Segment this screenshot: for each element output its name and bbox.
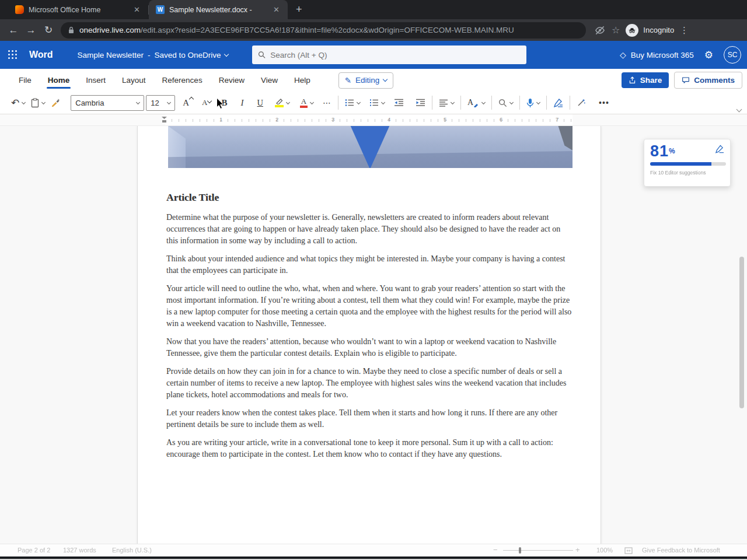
rewrite-suggestions-button[interactable] [574, 96, 589, 110]
comments-button[interactable]: Comments [674, 72, 742, 89]
chevron-down-icon[interactable] [536, 100, 540, 104]
document-page[interactable]: Article Title Determine what the purpose… [137, 126, 601, 544]
search-bar[interactable] [252, 46, 526, 64]
editing-mode-dropdown[interactable]: ✎ Editing [338, 72, 394, 89]
shrink-font-button[interactable]: A [199, 96, 210, 110]
zoom-slider-handle[interactable] [519, 547, 521, 554]
styles-button[interactable]: A [465, 96, 488, 110]
document-body[interactable]: Article Title Determine what the purpose… [166, 190, 574, 467]
paragraph[interactable]: Let your readers know when the contest t… [166, 407, 574, 430]
italic-button[interactable]: I [238, 96, 247, 110]
editor-button[interactable] [550, 96, 566, 110]
search-input[interactable] [270, 51, 521, 60]
chevron-down-icon[interactable] [286, 100, 290, 104]
browser-menu-icon[interactable]: ⋮ [680, 25, 689, 36]
feedback-link[interactable]: Give Feedback to Microsoft [642, 547, 720, 554]
grow-font-button[interactable]: A [180, 96, 192, 110]
back-button[interactable]: ← [5, 24, 22, 36]
find-button[interactable] [495, 96, 516, 110]
address-bar[interactable]: onedrive.live.com/edit.aspx?resid=2A3ECE… [61, 22, 586, 38]
chevron-down-icon[interactable] [357, 100, 361, 104]
more-font-options-button[interactable]: ⋯ [320, 96, 334, 110]
chevron-down-icon[interactable] [381, 100, 385, 104]
menu-tab-home[interactable]: Home [40, 71, 78, 90]
bullets-button[interactable] [342, 96, 363, 109]
paragraph[interactable]: Your article will need to outline the wh… [166, 283, 574, 330]
word-file-icon: W [156, 5, 165, 14]
horizontal-ruler[interactable]: 1 2 3 4 5 6 7 [0, 114, 747, 126]
zoom-out-button[interactable]: − [493, 545, 498, 554]
settings-gear-icon[interactable]: ⚙ [704, 49, 713, 61]
paragraph[interactable]: Think about your intended audience and w… [166, 253, 574, 276]
chevron-down-icon[interactable] [481, 100, 486, 104]
menu-tab-review[interactable]: Review [211, 71, 253, 90]
chevron-down-icon[interactable] [22, 100, 26, 104]
undo-button[interactable]: ↶ [8, 94, 28, 111]
font-color-button[interactable]: A [297, 95, 316, 110]
paragraph[interactable]: As you are writing your article, write i… [166, 437, 574, 460]
format-painter-icon [51, 98, 61, 107]
editor-score: 81% [650, 143, 676, 159]
account-avatar[interactable]: SC [724, 46, 741, 64]
chevron-down-icon[interactable] [310, 100, 314, 104]
chevron-down-icon[interactable] [41, 100, 46, 104]
dictate-button[interactable] [523, 96, 543, 110]
paragraph[interactable]: Determine what the purpose of your newsl… [166, 212, 574, 247]
decrease-indent-button[interactable] [391, 96, 407, 109]
save-status[interactable]: Saved to OneDrive [154, 51, 221, 60]
close-tab-icon[interactable]: ✕ [131, 5, 142, 15]
font-size-select[interactable]: 12 [146, 95, 175, 111]
share-button[interactable]: Share [622, 72, 669, 88]
chevron-down-icon[interactable] [509, 100, 514, 104]
chevron-down-icon[interactable] [224, 51, 229, 56]
underline-button[interactable]: U [254, 96, 266, 110]
article-heading[interactable]: Article Title [166, 190, 574, 204]
fit-page-icon[interactable] [624, 547, 633, 554]
eye-off-icon[interactable] [594, 24, 606, 36]
font-name-select[interactable]: Cambria [71, 95, 144, 111]
menu-tab-layout[interactable]: Layout [114, 71, 154, 90]
editor-suggestion-link[interactable]: Fix 10 Editor suggestions [650, 170, 724, 176]
zoom-slider[interactable] [503, 550, 573, 551]
incognito-label: Incognito [643, 26, 674, 34]
close-tab-icon[interactable]: ✕ [271, 5, 282, 15]
browser-tab-document[interactable]: W Sample Newsletter.docx - ✕ [149, 0, 288, 19]
ribbon-toolbar: ↶ Cambria 12 A A B I [0, 92, 747, 114]
chevron-down-icon[interactable] [451, 100, 455, 104]
new-tab-button[interactable]: + [296, 4, 302, 16]
paragraph[interactable]: Provide details on how they can join in … [166, 366, 574, 401]
indent-marker-icon[interactable] [162, 117, 167, 123]
page-indicator[interactable]: Page 2 of 2 [18, 547, 50, 554]
increase-indent-button[interactable] [413, 96, 428, 109]
menu-tab-references[interactable]: References [154, 71, 211, 90]
paste-button[interactable] [28, 96, 48, 110]
ruler-number: 2 [275, 116, 278, 123]
editor-score-popup[interactable]: 81% Fix 10 Editor suggestions [644, 139, 731, 187]
more-commands-button[interactable]: ••• [596, 96, 612, 110]
text-highlight-button[interactable] [272, 96, 292, 110]
document-title[interactable]: Sample Newsletter [78, 51, 144, 60]
paragraph[interactable]: Now that you have the readers’ attention… [166, 336, 574, 359]
word-count[interactable]: 1327 words [63, 547, 96, 554]
alignment-button[interactable] [436, 97, 457, 109]
style-brush-icon [473, 102, 479, 107]
language-indicator[interactable]: English (U.S.) [112, 547, 152, 554]
menu-tab-file[interactable]: File [11, 71, 40, 90]
bookmark-star-icon[interactable]: ☆ [612, 24, 620, 36]
menu-tab-view[interactable]: View [253, 71, 286, 90]
numbering-button[interactable] [366, 96, 388, 109]
menu-tab-help[interactable]: Help [286, 71, 319, 90]
forward-button[interactable]: → [22, 24, 40, 36]
vertical-scrollbar[interactable] [739, 257, 744, 408]
zoom-level[interactable]: 100% [596, 547, 613, 554]
collapse-ribbon-icon[interactable] [736, 107, 742, 113]
newsletter-banner-image[interactable] [168, 126, 573, 168]
reload-button[interactable]: ↻ [40, 24, 57, 36]
app-launcher-icon[interactable] [8, 50, 18, 60]
incognito-icon [626, 24, 638, 37]
buy-microsoft-365-button[interactable]: ◇ Buy Microsoft 365 [620, 50, 694, 60]
zoom-in-button[interactable]: + [575, 545, 580, 554]
menu-tab-insert[interactable]: Insert [78, 71, 114, 90]
format-painter-button[interactable] [48, 96, 64, 110]
browser-tab-office-home[interactable]: Microsoft Office Home ✕ [8, 0, 148, 19]
